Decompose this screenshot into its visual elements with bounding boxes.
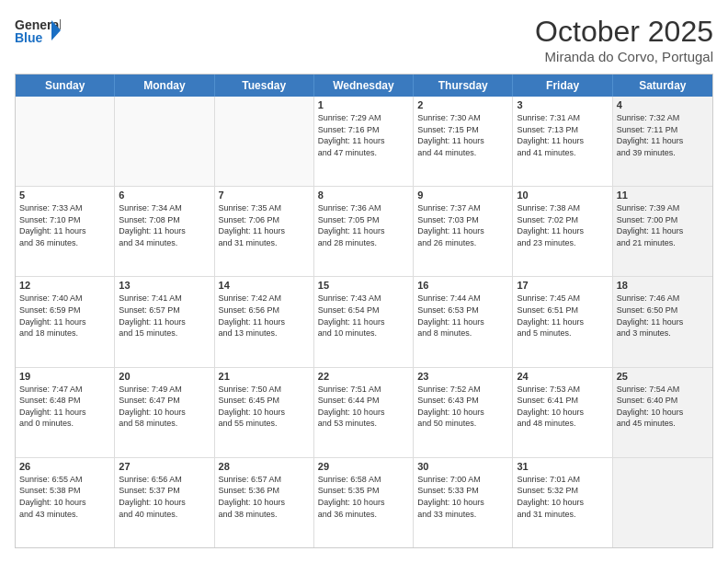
cell-date: 14 bbox=[219, 280, 310, 291]
cell-date: 1 bbox=[318, 99, 409, 110]
cell-info: Sunrise: 7:34 AM Sunset: 7:08 PM Dayligh… bbox=[119, 202, 210, 248]
page: GeneralBlue October 2025 Miranda do Corv… bbox=[0, 0, 728, 563]
calendar-row-2: 12Sunrise: 7:40 AM Sunset: 6:59 PM Dayli… bbox=[16, 277, 712, 367]
cell-info: Sunrise: 7:00 AM Sunset: 5:33 PM Dayligh… bbox=[417, 474, 508, 520]
cell-info: Sunrise: 7:40 AM Sunset: 6:59 PM Dayligh… bbox=[19, 293, 110, 339]
calendar-cell: 27Sunrise: 6:56 AM Sunset: 5:37 PM Dayli… bbox=[115, 458, 214, 547]
logo-svg: GeneralBlue bbox=[15, 15, 61, 47]
svg-text:Blue: Blue bbox=[15, 30, 43, 45]
day-header-tuesday: Tuesday bbox=[215, 75, 314, 97]
calendar-cell: 28Sunrise: 6:57 AM Sunset: 5:36 PM Dayli… bbox=[215, 458, 314, 547]
day-header-monday: Monday bbox=[115, 75, 214, 97]
cell-date: 21 bbox=[219, 371, 310, 382]
calendar-cell: 10Sunrise: 7:38 AM Sunset: 7:02 PM Dayli… bbox=[513, 187, 612, 276]
calendar-row-3: 19Sunrise: 7:47 AM Sunset: 6:48 PM Dayli… bbox=[16, 368, 712, 458]
calendar-cell: 8Sunrise: 7:36 AM Sunset: 7:05 PM Daylig… bbox=[314, 187, 414, 276]
calendar-cell: 31Sunrise: 7:01 AM Sunset: 5:32 PM Dayli… bbox=[513, 458, 612, 547]
cell-date: 12 bbox=[19, 280, 110, 291]
cell-info: Sunrise: 7:49 AM Sunset: 6:47 PM Dayligh… bbox=[119, 384, 210, 430]
cell-info: Sunrise: 7:44 AM Sunset: 6:53 PM Dayligh… bbox=[417, 293, 508, 339]
day-header-saturday: Saturday bbox=[613, 75, 712, 97]
calendar-cell: 5Sunrise: 7:33 AM Sunset: 7:10 PM Daylig… bbox=[16, 187, 115, 276]
cell-info: Sunrise: 6:55 AM Sunset: 5:38 PM Dayligh… bbox=[19, 474, 110, 520]
cell-date: 16 bbox=[417, 280, 508, 291]
month-title: October 2025 bbox=[535, 15, 713, 49]
calendar-cell: 14Sunrise: 7:42 AM Sunset: 6:56 PM Dayli… bbox=[215, 277, 314, 366]
calendar-cell: 9Sunrise: 7:37 AM Sunset: 7:03 PM Daylig… bbox=[414, 187, 513, 276]
calendar-row-0: 1Sunrise: 7:29 AM Sunset: 7:16 PM Daylig… bbox=[16, 97, 712, 187]
title-area: October 2025 Miranda do Corvo, Portugal bbox=[535, 15, 713, 64]
calendar-cell: 24Sunrise: 7:53 AM Sunset: 6:41 PM Dayli… bbox=[513, 368, 612, 457]
cell-date: 31 bbox=[517, 461, 608, 472]
cell-date: 8 bbox=[318, 190, 409, 201]
cell-date: 23 bbox=[417, 371, 508, 382]
header: GeneralBlue October 2025 Miranda do Corv… bbox=[15, 15, 713, 64]
calendar-cell: 6Sunrise: 7:34 AM Sunset: 7:08 PM Daylig… bbox=[115, 187, 214, 276]
cell-info: Sunrise: 7:54 AM Sunset: 6:40 PM Dayligh… bbox=[617, 384, 709, 430]
day-header-friday: Friday bbox=[513, 75, 612, 97]
calendar-cell: 17Sunrise: 7:45 AM Sunset: 6:51 PM Dayli… bbox=[513, 277, 612, 366]
cell-info: Sunrise: 7:30 AM Sunset: 7:15 PM Dayligh… bbox=[417, 112, 508, 158]
cell-info: Sunrise: 7:45 AM Sunset: 6:51 PM Dayligh… bbox=[517, 293, 608, 339]
calendar-cell: 21Sunrise: 7:50 AM Sunset: 6:45 PM Dayli… bbox=[215, 368, 314, 457]
calendar-cell: 18Sunrise: 7:46 AM Sunset: 6:50 PM Dayli… bbox=[613, 277, 712, 366]
calendar-cell bbox=[215, 97, 314, 186]
cell-date: 25 bbox=[617, 371, 709, 382]
cell-date: 26 bbox=[19, 461, 110, 472]
cell-date: 13 bbox=[119, 280, 210, 291]
calendar-cell: 7Sunrise: 7:35 AM Sunset: 7:06 PM Daylig… bbox=[215, 187, 314, 276]
calendar-cell: 13Sunrise: 7:41 AM Sunset: 6:57 PM Dayli… bbox=[115, 277, 214, 366]
cell-info: Sunrise: 7:41 AM Sunset: 6:57 PM Dayligh… bbox=[119, 293, 210, 339]
cell-info: Sunrise: 7:39 AM Sunset: 7:00 PM Dayligh… bbox=[617, 202, 709, 248]
calendar-cell bbox=[16, 97, 115, 186]
cell-date: 28 bbox=[219, 461, 310, 472]
cell-info: Sunrise: 7:35 AM Sunset: 7:06 PM Dayligh… bbox=[219, 202, 310, 248]
calendar: SundayMondayTuesdayWednesdayThursdayFrid… bbox=[15, 74, 713, 548]
location: Miranda do Corvo, Portugal bbox=[535, 49, 713, 64]
cell-info: Sunrise: 7:01 AM Sunset: 5:32 PM Dayligh… bbox=[517, 474, 608, 520]
cell-date: 27 bbox=[119, 461, 210, 472]
cell-date: 30 bbox=[417, 461, 508, 472]
cell-date: 7 bbox=[219, 190, 310, 201]
cell-info: Sunrise: 7:29 AM Sunset: 7:16 PM Dayligh… bbox=[318, 112, 409, 158]
cell-info: Sunrise: 7:32 AM Sunset: 7:11 PM Dayligh… bbox=[617, 112, 709, 158]
calendar-cell: 22Sunrise: 7:51 AM Sunset: 6:44 PM Dayli… bbox=[314, 368, 414, 457]
cell-info: Sunrise: 7:37 AM Sunset: 7:03 PM Dayligh… bbox=[417, 202, 508, 248]
calendar-cell: 19Sunrise: 7:47 AM Sunset: 6:48 PM Dayli… bbox=[16, 368, 115, 457]
cell-date: 5 bbox=[19, 190, 110, 201]
calendar-cell: 2Sunrise: 7:30 AM Sunset: 7:15 PM Daylig… bbox=[414, 97, 513, 186]
cell-date: 20 bbox=[119, 371, 210, 382]
cell-date: 9 bbox=[417, 190, 508, 201]
calendar-cell: 16Sunrise: 7:44 AM Sunset: 6:53 PM Dayli… bbox=[414, 277, 513, 366]
logo: GeneralBlue bbox=[15, 15, 61, 47]
cell-date: 19 bbox=[19, 371, 110, 382]
calendar-cell: 26Sunrise: 6:55 AM Sunset: 5:38 PM Dayli… bbox=[16, 458, 115, 547]
cell-date: 15 bbox=[318, 280, 409, 291]
calendar-cell: 20Sunrise: 7:49 AM Sunset: 6:47 PM Dayli… bbox=[115, 368, 214, 457]
day-header-thursday: Thursday bbox=[414, 75, 513, 97]
day-headers: SundayMondayTuesdayWednesdayThursdayFrid… bbox=[16, 75, 712, 97]
cell-info: Sunrise: 7:36 AM Sunset: 7:05 PM Dayligh… bbox=[318, 202, 409, 248]
cell-date: 4 bbox=[617, 99, 709, 110]
cell-info: Sunrise: 6:57 AM Sunset: 5:36 PM Dayligh… bbox=[219, 474, 310, 520]
calendar-cell: 15Sunrise: 7:43 AM Sunset: 6:54 PM Dayli… bbox=[314, 277, 414, 366]
cell-date: 6 bbox=[119, 190, 210, 201]
day-header-sunday: Sunday bbox=[16, 75, 115, 97]
calendar-body: 1Sunrise: 7:29 AM Sunset: 7:16 PM Daylig… bbox=[16, 97, 712, 547]
calendar-row-1: 5Sunrise: 7:33 AM Sunset: 7:10 PM Daylig… bbox=[16, 187, 712, 277]
calendar-cell bbox=[613, 458, 712, 547]
calendar-cell: 1Sunrise: 7:29 AM Sunset: 7:16 PM Daylig… bbox=[314, 97, 414, 186]
cell-date: 22 bbox=[318, 371, 409, 382]
calendar-cell: 25Sunrise: 7:54 AM Sunset: 6:40 PM Dayli… bbox=[613, 368, 712, 457]
cell-date: 17 bbox=[517, 280, 608, 291]
cell-info: Sunrise: 6:58 AM Sunset: 5:35 PM Dayligh… bbox=[318, 474, 409, 520]
calendar-cell: 11Sunrise: 7:39 AM Sunset: 7:00 PM Dayli… bbox=[613, 187, 712, 276]
cell-date: 3 bbox=[517, 99, 608, 110]
cell-date: 29 bbox=[318, 461, 409, 472]
calendar-cell: 4Sunrise: 7:32 AM Sunset: 7:11 PM Daylig… bbox=[613, 97, 712, 186]
cell-info: Sunrise: 6:56 AM Sunset: 5:37 PM Dayligh… bbox=[119, 474, 210, 520]
cell-info: Sunrise: 7:31 AM Sunset: 7:13 PM Dayligh… bbox=[517, 112, 608, 158]
calendar-cell: 30Sunrise: 7:00 AM Sunset: 5:33 PM Dayli… bbox=[414, 458, 513, 547]
cell-info: Sunrise: 7:43 AM Sunset: 6:54 PM Dayligh… bbox=[318, 293, 409, 339]
day-header-wednesday: Wednesday bbox=[314, 75, 414, 97]
